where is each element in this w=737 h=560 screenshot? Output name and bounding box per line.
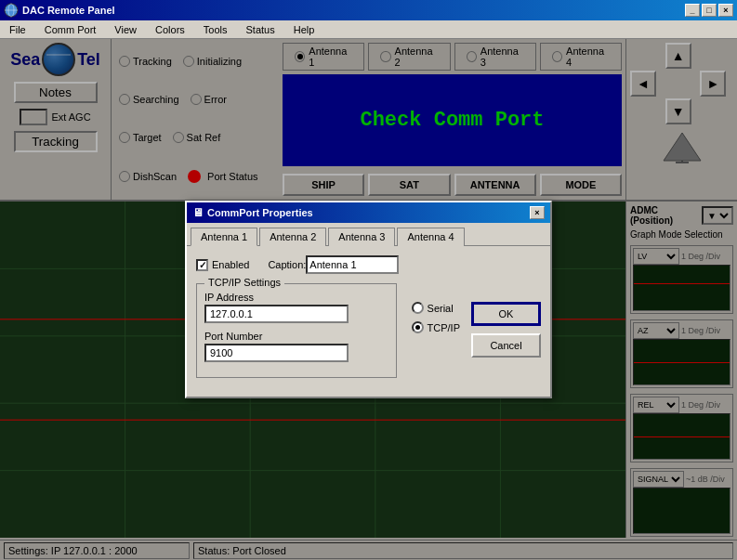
window-controls: _ □ × [685,4,733,17]
port-input[interactable] [204,344,349,362]
enabled-checkbox[interactable] [196,259,208,271]
maximize-button[interactable]: □ [702,4,717,17]
tcpip-radio[interactable] [412,321,424,333]
modal-overlay: 🖥 CommPort Properties × Antenna 1 Antenn… [0,39,737,560]
port-field-row: Port Number [204,331,388,362]
menu-tools[interactable]: Tools [198,22,233,37]
ok-button[interactable]: OK [471,302,541,326]
dialog-close-button[interactable]: × [530,206,545,219]
menu-file[interactable]: File [4,22,32,37]
serial-radio[interactable] [412,302,424,314]
enabled-checkbox-area: Enabled [196,259,249,271]
ip-label: IP Address [204,292,388,303]
radio-group: Serial TCP/IP [412,302,460,333]
menu-help[interactable]: Help [288,22,321,37]
port-label: Port Number [204,331,388,342]
caption-input[interactable] [306,255,399,274]
app-title: DAC Remote Panel [22,5,685,16]
settings-row: TCP/IP Settings IP Address Port Number [196,283,541,378]
tcpip-radio-item: TCP/IP [412,321,460,333]
enabled-row: Enabled Caption: [196,255,541,274]
menu-view[interactable]: View [109,22,142,37]
comm-port-dialog: 🖥 CommPort Properties × Antenna 1 Antenn… [185,201,552,398]
app-icon [4,3,19,18]
menu-commport[interactable]: Comm Port [39,22,102,37]
dialog-tab-antenna1[interactable]: Antenna 1 [191,228,257,246]
caption-label: Caption: [268,259,306,270]
main-window: Sea Tel Notes Ext AGC Tracking Tracking … [0,39,737,560]
enabled-label: Enabled [212,259,249,270]
menu-bar: File Comm Port View Colors Tools Status … [0,20,737,39]
dialog-tab-antenna4[interactable]: Antenna 4 [397,228,464,246]
dialog-tab-antenna2[interactable]: Antenna 2 [259,228,326,246]
dialog-title-bar: 🖥 CommPort Properties × [187,202,550,223]
dialog-tab-antenna3[interactable]: Antenna 3 [328,228,395,246]
minimize-button[interactable]: _ [685,4,700,17]
dialog-action-buttons: OK Cancel [471,302,541,358]
menu-colors[interactable]: Colors [150,22,191,37]
cancel-button[interactable]: Cancel [471,333,541,358]
tcpip-radio-label: TCP/IP [428,322,460,333]
ip-input[interactable] [204,305,349,323]
serial-label: Serial [428,303,454,314]
dialog-tabs: Antenna 1 Antenna 2 Antenna 3 Antenna 4 [187,223,550,246]
menu-status[interactable]: Status [241,22,281,37]
dialog-content: Enabled Caption: TCP/IP Settings IP Addr… [187,246,550,397]
close-button[interactable]: × [718,4,733,17]
dialog-title-text: CommPort Properties [207,207,530,218]
ip-field-row: IP Address [204,292,388,323]
title-bar: DAC Remote Panel _ □ × [0,0,737,20]
tcpip-legend: TCP/IP Settings [204,277,284,288]
dialog-icon: 🖥 [192,206,204,219]
tcpip-group: TCP/IP Settings IP Address Port Number [196,283,397,378]
serial-radio-item: Serial [412,302,460,314]
